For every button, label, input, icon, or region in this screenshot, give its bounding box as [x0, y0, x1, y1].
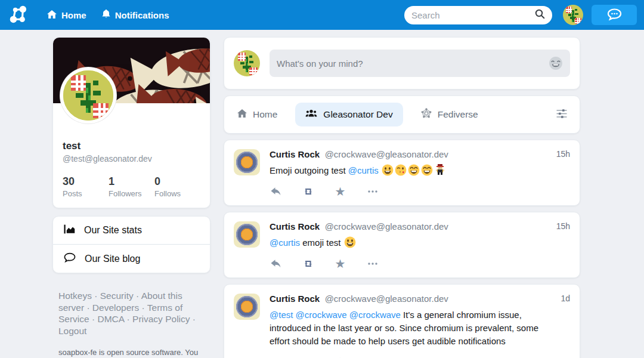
emoji-grin — [344, 236, 356, 248]
post-main: Curtis Rock @crockwave@gleasonator.dev @… — [270, 221, 547, 249]
area-chart-icon — [64, 224, 75, 236]
navbar-links: Home Notifications — [39, 0, 177, 30]
search-input[interactable] — [411, 10, 534, 20]
stat-followers[interactable]: 1 Followers — [109, 175, 154, 198]
profile-card: test @test@gleasonator.dev 30 Posts 1 Fo… — [52, 37, 210, 208]
tab-label: Fediverse — [438, 109, 478, 120]
home-icon — [237, 109, 247, 120]
footer-link-developers[interactable]: Developers — [92, 303, 139, 313]
star-icon: ★ — [335, 187, 346, 196]
mention-link[interactable]: @crockwave — [296, 310, 347, 320]
footer-about-text: soapbox-fe is open source software. You … — [58, 348, 198, 358]
stat-posts-label: Posts — [63, 189, 109, 198]
emoji-beam — [421, 164, 433, 176]
stat-follows[interactable]: 0 Follows — [154, 175, 200, 198]
compose-input[interactable] — [277, 58, 549, 69]
footer-link-hotkeys[interactable]: Hotkeys — [58, 291, 92, 301]
footer-link-dmca[interactable]: DMCA — [97, 314, 124, 324]
emoji-pixel — [434, 164, 446, 176]
post-author-handle: @crockwave@gleasonator.dev — [325, 149, 448, 159]
navbar-avatar[interactable] — [563, 5, 583, 25]
post-author-handle: @crockwave@gleasonator.dev — [325, 294, 448, 304]
sidebar: test @test@gleasonator.dev 30 Posts 1 Fo… — [52, 37, 210, 358]
stat-followers-label: Followers — [109, 189, 154, 198]
post-timestamp[interactable]: 15h — [556, 149, 570, 177]
emoji-kiss — [395, 164, 407, 176]
post-content: @curtis emoji test — [270, 236, 547, 249]
post-timestamp[interactable]: 1d — [561, 294, 570, 348]
footer-link-privacy-policy[interactable]: Privacy Policy — [132, 314, 190, 324]
post-title-row: Curtis Rock @crockwave@gleasonator.dev — [270, 149, 547, 160]
post-author-avatar[interactable] — [234, 294, 260, 320]
chat-bubble-icon — [606, 8, 623, 23]
post-author-name[interactable]: Curtis Rock — [270, 294, 320, 304]
post-card: Curtis Rock @crockwave@gleasonator.dev @… — [224, 212, 580, 278]
post-content: @test @crockwave @crockwave It's a gener… — [270, 308, 551, 348]
page-layout: test @test@gleasonator.dev 30 Posts 1 Fo… — [0, 30, 644, 358]
post-card: Curtis Rock @crockwave@gleasonator.dev E… — [224, 140, 580, 206]
stat-posts-value: 30 — [63, 175, 109, 188]
tab-fediverse[interactable]: Fediverse — [417, 101, 482, 128]
profile-handle: @test@gleasonator.dev — [63, 154, 200, 163]
bell-icon — [102, 10, 110, 20]
post-author-avatar[interactable] — [234, 149, 260, 175]
reply-button[interactable] — [270, 258, 282, 269]
repost-button[interactable] — [302, 258, 314, 269]
stat-follows-label: Follows — [154, 189, 200, 198]
mention-link[interactable]: @crockwave — [349, 310, 401, 320]
speech-bubble-icon — [64, 252, 76, 265]
star-icon: ★ — [335, 259, 346, 268]
sidebar-item-site-blog[interactable]: Our Site blog — [53, 244, 210, 273]
stat-follows-value: 0 — [154, 175, 200, 188]
footer-link-logout[interactable]: Logout — [58, 326, 86, 336]
sidebar-menu: Our Site stats Our Site blog — [52, 216, 210, 273]
soapbox-logo-icon[interactable] — [8, 4, 30, 26]
post-author-avatar[interactable] — [234, 221, 260, 248]
repost-button[interactable] — [302, 186, 314, 197]
post-header: Curtis Rock @crockwave@gleasonator.dev E… — [234, 149, 570, 177]
sliders-icon — [556, 112, 568, 121]
post-timestamp[interactable]: 15h — [556, 221, 570, 249]
chat-button[interactable] — [592, 5, 637, 25]
post-header: Curtis Rock @crockwave@gleasonator.dev @… — [234, 294, 570, 348]
timeline-settings-button[interactable] — [553, 106, 570, 123]
favourite-button[interactable]: ★ — [334, 186, 346, 197]
stat-posts[interactable]: 30 Posts — [63, 175, 109, 198]
reply-button[interactable] — [270, 186, 282, 197]
post-header: Curtis Rock @crockwave@gleasonator.dev @… — [234, 221, 570, 249]
footer-links: Hotkeys · Security · About this server ·… — [58, 290, 199, 337]
post-content: Emoji outgoing test @curtis — [270, 164, 547, 177]
nav-home[interactable]: Home — [39, 0, 94, 30]
profile-display-name: test — [63, 140, 200, 152]
compose-card — [224, 37, 580, 90]
profile-avatar[interactable] — [60, 67, 116, 124]
sidebar-item-site-stats[interactable]: Our Site stats — [53, 217, 210, 244]
mention-link[interactable]: @curtis — [348, 165, 379, 175]
more-button[interactable] — [366, 258, 379, 269]
footer-link-security[interactable]: Security — [100, 291, 134, 301]
favourite-button[interactable]: ★ — [334, 258, 346, 269]
nav-notifications-label: Notifications — [115, 10, 169, 20]
post-actions: ★ — [270, 258, 570, 269]
mention-link[interactable]: @curtis — [270, 237, 300, 248]
sidebar-item-label: Our Site stats — [84, 225, 142, 236]
mention-link[interactable]: @test — [270, 310, 293, 320]
tab-gleasonator-dev[interactable]: Gleasonator Dev — [295, 103, 402, 126]
top-navbar: Home Notifications — [0, 0, 644, 30]
compose-avatar[interactable] — [234, 50, 260, 76]
post-author-name[interactable]: Curtis Rock — [270, 149, 320, 159]
users-icon — [305, 109, 317, 120]
main-column: Home Gleasonator Dev — [224, 37, 580, 358]
fediverse-icon — [421, 108, 432, 121]
sidebar-footer: Hotkeys · Security · About this server ·… — [58, 290, 205, 358]
post-card: Curtis Rock @crockwave@gleasonator.dev @… — [224, 284, 580, 358]
stat-followers-value: 1 — [109, 175, 154, 188]
footer-about: soapbox-fe is open source software. You … — [58, 347, 209, 358]
compose-field — [270, 50, 570, 77]
nav-notifications[interactable]: Notifications — [94, 0, 177, 30]
post-author-name[interactable]: Curtis Rock — [270, 221, 320, 232]
tab-home[interactable]: Home — [234, 103, 281, 126]
emoji-picker-button[interactable] — [549, 56, 563, 70]
search-icon[interactable] — [534, 8, 545, 21]
more-button[interactable] — [366, 186, 379, 197]
